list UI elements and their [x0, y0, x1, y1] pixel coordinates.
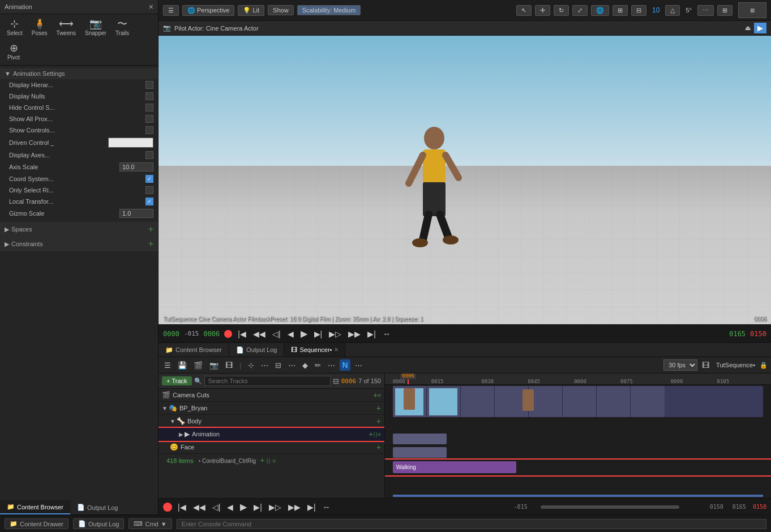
show-controls-checkbox[interactable] [145, 126, 153, 134]
display-axes-checkbox[interactable] [145, 151, 153, 159]
hamburger-menu-button[interactable]: ☰ [163, 5, 179, 16]
body-add-button[interactable]: + [376, 417, 381, 426]
cmd-button[interactable]: ⌨ Cmd ▼ [128, 518, 172, 529]
search-tracks-input[interactable] [204, 376, 331, 386]
more-options-button[interactable]: ⋯ [697, 5, 714, 16]
tweens-button[interactable]: ⟷ Tweens [53, 16, 79, 38]
display-hier-checkbox[interactable] [145, 81, 153, 89]
animation-expand-icon[interactable]: ▶ [179, 431, 183, 437]
seq-save-button[interactable]: 💾 [175, 360, 189, 371]
seq-step-back-button[interactable]: ◀◀ [192, 501, 207, 513]
grid-snap-button[interactable]: ⊟ [631, 5, 646, 16]
seq-more3-button[interactable]: ⋯ [325, 360, 337, 371]
animation-menu-button[interactable]: ≡ [378, 431, 381, 437]
loop-button[interactable]: ↔ [382, 328, 392, 340]
control-board-menu-button[interactable]: ≡ [272, 458, 276, 464]
scale-tool-button[interactable]: ⤢ [572, 5, 588, 16]
animation-add-button[interactable]: + [369, 430, 373, 439]
seq-play-button[interactable]: ▶ [239, 500, 248, 513]
camera-cuts-add-button[interactable]: + [373, 391, 378, 400]
skip-to-end-button[interactable]: ▶| [366, 328, 377, 340]
output-log-tab[interactable]: 📄 Output Log [70, 500, 125, 514]
body-expand-icon[interactable]: ▼ [170, 418, 175, 424]
surface-snap-button[interactable]: ⊞ [612, 5, 628, 16]
constraints-add-button[interactable]: + [148, 239, 153, 249]
seq-more4-button[interactable]: ⋯ [353, 360, 365, 371]
skip-to-start-button[interactable]: |◀ [237, 328, 247, 340]
seq-render-options-button[interactable]: 🎞 [700, 360, 712, 371]
display-nulls-checkbox[interactable] [145, 92, 153, 100]
lit-button[interactable]: 💡 Lit [238, 5, 264, 16]
output-log-tab2[interactable]: 📄 Output Log [229, 344, 284, 357]
fps-selector[interactable]: 30 fps [663, 359, 697, 371]
spaces-add-button[interactable]: + [148, 224, 153, 234]
gizmo-scale-input[interactable] [119, 209, 153, 218]
seq-render-button[interactable]: 🎞 [223, 360, 235, 371]
content-browser-tab2[interactable]: 📁 Content Browser [159, 344, 229, 357]
seq-N-button[interactable]: N [340, 359, 350, 371]
walking-clip[interactable]: Walking [393, 461, 516, 474]
seq-add-track-button[interactable]: 🎬 [191, 360, 205, 371]
sequencer-tab[interactable]: 🎞 Sequencer• × [284, 343, 345, 357]
coord-system-checkbox[interactable] [145, 175, 153, 183]
show-all-prox-checkbox[interactable] [145, 115, 153, 123]
layout-button[interactable]: ⊞ [717, 5, 733, 16]
next-key-button[interactable]: ▶▷ [328, 328, 342, 340]
trails-button[interactable]: 〜 Trails [112, 16, 132, 38]
driven-control-color[interactable] [108, 138, 153, 148]
spaces-header[interactable]: ▶ Spaces + [0, 222, 158, 237]
seq-camera-button[interactable]: 📷 [207, 360, 221, 371]
output-log-status-button[interactable]: 📄 Output Log [73, 518, 124, 529]
track-animation[interactable]: ▶ ▶ Animation + ⟨⟩ ≡ [159, 428, 384, 441]
select-button[interactable]: ⊹ Select [3, 16, 26, 38]
seq-filter-button[interactable]: ⊟ [273, 360, 284, 371]
seq-transform-button[interactable]: ⊹ [246, 360, 256, 371]
show-button[interactable]: Show [268, 5, 294, 15]
animation-settings-header[interactable]: ▼ Animation Settings [0, 68, 158, 79]
play-button[interactable]: ▶ [299, 327, 309, 340]
filter-tracks-button[interactable]: ⊟ [333, 377, 339, 385]
only-select-ri-checkbox[interactable] [145, 186, 153, 194]
next-frame-button[interactable]: ▶| [313, 328, 324, 340]
control-board-add-button[interactable]: + [260, 456, 264, 465]
camera-record-button[interactable]: ▶ [754, 23, 766, 33]
seq-key-button[interactable]: ◆ [300, 360, 310, 371]
track-camera-cuts[interactable]: 🎬 Camera Cuts + ≡ [159, 389, 384, 402]
bp-bryan-add-button[interactable]: + [376, 404, 381, 413]
axis-scale-input[interactable] [119, 162, 153, 171]
seq-step-forward-button[interactable]: ▶▶ [287, 501, 302, 513]
seq-more2-button[interactable]: ⋯ [286, 360, 298, 371]
world-space-button[interactable]: 🌐 [591, 5, 609, 16]
seq-menu-button[interactable]: ☰ [162, 360, 173, 371]
poses-button[interactable]: 🧍 Poses [28, 16, 51, 38]
seq-loop-button[interactable]: ↔ [322, 501, 332, 513]
close-panel-button[interactable]: × [149, 2, 153, 11]
snapper-button[interactable]: 📷 Snapper [82, 16, 110, 38]
seq-skip-start-button[interactable]: |◀ [177, 501, 187, 513]
scalability-button[interactable]: Scalability: Medium [297, 5, 361, 15]
constraints-header[interactable]: ▶ Constraints + [0, 237, 158, 251]
timeline-ruler[interactable]: 0000 0015 0030 0045 0060 0075 0090 0105 [385, 374, 771, 385]
timeline-scrollbar[interactable] [532, 505, 705, 509]
track-bp-bryan[interactable]: ▼ 🎭 BP_Bryan + [159, 402, 384, 415]
seq-more1-button[interactable]: ⋯ [259, 360, 271, 371]
seq-skip-end-button[interactable]: ▶| [306, 501, 317, 513]
track-body[interactable]: ▼ 🦴 Body + [159, 415, 384, 428]
track-face[interactable]: 😊 Face + [159, 441, 384, 454]
content-browser-tab[interactable]: 📁 Content Browser [0, 500, 70, 514]
prev-frame-button[interactable]: ◀ [286, 328, 295, 340]
console-input[interactable] [177, 519, 766, 529]
local-transform-checkbox[interactable] [145, 198, 153, 205]
seq-next-key-button[interactable]: ▶▷ [268, 501, 282, 513]
prev-key-button[interactable]: ◁| [271, 328, 282, 340]
step-forward-button[interactable]: ▶▶ [347, 328, 362, 340]
face-add-button[interactable]: + [376, 443, 381, 452]
translate-tool-button[interactable]: ✛ [535, 5, 550, 16]
seq-next-frame-button[interactable]: ▶| [252, 501, 263, 513]
step-back-button[interactable]: ◀◀ [252, 328, 267, 340]
pivot-button[interactable]: ⊕ Pivot [3, 41, 24, 63]
hide-control-checkbox[interactable] [145, 104, 153, 111]
seq-prev-key-button[interactable]: ◁| [211, 501, 222, 513]
animation-key-button[interactable]: ⟨⟩ [373, 431, 378, 437]
bp-bryan-expand-icon[interactable]: ▼ [162, 405, 168, 411]
